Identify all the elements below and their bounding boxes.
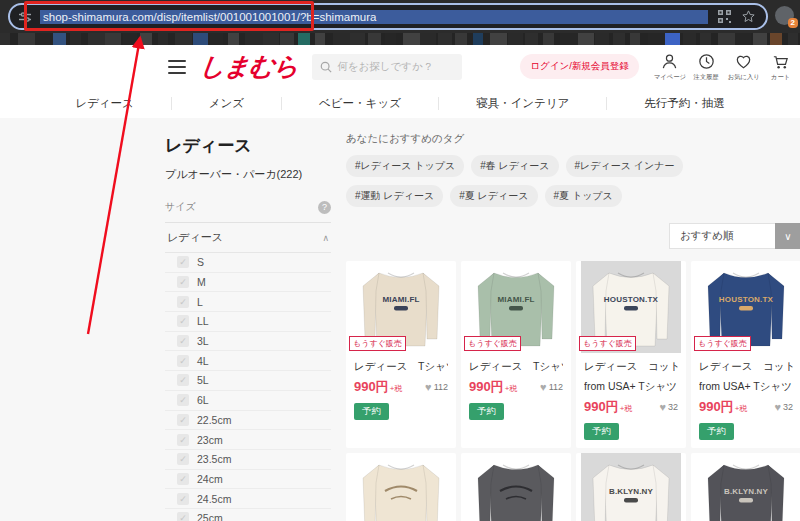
checkbox[interactable]: ✓ [177, 335, 189, 347]
checkbox[interactable]: ✓ [177, 355, 189, 367]
nav-item[interactable]: メンズ [172, 96, 281, 111]
censored-bookmarks-bar [0, 33, 800, 45]
size-filter-option[interactable]: ✓ 4L [165, 350, 331, 370]
product-card[interactable]: MIAMI.FL もうすぐ販売 レディース Tシャツ 990円 +税 ♥ 112… [461, 261, 571, 448]
reserve-badge: 予約 [584, 423, 619, 440]
recommended-tag[interactable]: #レディース トップス [346, 155, 464, 177]
size-filter-option[interactable]: ✓ L [165, 291, 331, 311]
chevron-down-icon[interactable]: ∨ [775, 223, 800, 249]
cart-button[interactable]: カート [762, 52, 799, 82]
favorite-heart-icon[interactable]: ♥ [659, 401, 666, 413]
recommended-tag[interactable]: #夏 トップス [545, 185, 622, 207]
favorite-heart-icon[interactable]: ♥ [540, 381, 547, 393]
checkbox[interactable]: ✓ [177, 453, 189, 465]
checkbox[interactable]: ✓ [177, 394, 189, 406]
size-filter-option[interactable]: ✓ 22.5cm [165, 410, 331, 430]
product-card[interactable]: B.KLYN.NY もうすぐ販売 レディース Tシャツ 990円 +税 ♥ 48 [691, 453, 800, 521]
size-option-label: 23cm [197, 434, 223, 446]
logo[interactable]: しまむら [198, 50, 300, 83]
censored-block [455, 33, 467, 45]
recommended-tag[interactable]: #夏 レディース [450, 185, 537, 207]
page-title: レディース [165, 134, 331, 157]
product-image: MIAMI.FL もうすぐ販売 [346, 261, 456, 353]
checkbox[interactable]: ✓ [177, 276, 189, 288]
product-card[interactable]: もうすぐ販売 レディース コットン from USA+ Tシャツ ♥ [461, 453, 571, 521]
tag-list: #レディース トップス #春 レディース #レディース インナー #運動 レディ… [346, 155, 786, 207]
nav-item[interactable]: 先行予約・抽選 [607, 96, 762, 111]
size-filter-option[interactable]: ✓ 24cm [165, 469, 331, 489]
cart-icon [771, 52, 790, 71]
favorites-button[interactable]: お気に入り [725, 52, 762, 82]
product-title: レディース コットン [584, 360, 678, 373]
size-option-label: M [197, 276, 206, 288]
checkbox[interactable]: ✓ [177, 493, 189, 505]
bookmark-star-icon[interactable] [741, 9, 756, 24]
censored-block [263, 33, 279, 45]
censored-block [193, 33, 208, 45]
censored-block [298, 33, 310, 45]
censored-block [718, 33, 736, 45]
checkbox[interactable]: ✓ [177, 315, 189, 327]
search-input[interactable]: 何をお探しですか？ [312, 54, 462, 80]
like-count: 32 [783, 402, 793, 412]
product-card[interactable]: HOUSTON.TX もうすぐ販売 レディース コットン from USA+ T… [691, 261, 800, 448]
size-filter-option[interactable]: ✓ LL [165, 311, 331, 331]
url-text[interactable]: shop-shimamura.com/disp/itemlist/0010010… [40, 10, 708, 24]
favorite-heart-icon[interactable]: ♥ [774, 401, 781, 413]
checkbox[interactable]: ✓ [177, 414, 189, 426]
censored-block [35, 33, 50, 45]
product-title: レディース Tシャツ [469, 360, 563, 373]
checkbox[interactable]: ✓ [177, 434, 189, 446]
size-option-label: 4L [197, 355, 209, 367]
size-option-label: 23.5cm [197, 453, 231, 465]
recommended-tag[interactable]: #運動 レディース [346, 185, 443, 207]
nav-item[interactable]: ベビー・キッズ [282, 96, 438, 111]
size-filter-option[interactable]: ✓ 25cm [165, 508, 331, 521]
site-settings-icon[interactable] [18, 10, 32, 24]
price-row: 990円 +税 ♥ 112 [354, 378, 448, 396]
recommended-tag[interactable]: #春 レディース [471, 155, 558, 177]
tax-label: +税 [620, 403, 633, 414]
checkbox[interactable]: ✓ [177, 473, 189, 485]
censored-block [630, 33, 640, 45]
censored-block [473, 33, 483, 45]
size-filter-option[interactable]: ✓ 3L [165, 331, 331, 351]
nav-item[interactable]: 寝具・インテリア [439, 96, 606, 111]
address-bar[interactable]: shop-shimamura.com/disp/itemlist/0010010… [8, 3, 768, 30]
size-group-accordion[interactable]: レディース ∧ [165, 222, 331, 252]
extension-icon[interactable]: 2 [775, 6, 794, 25]
size-filter-option[interactable]: ✓ S [165, 252, 331, 272]
recommended-tag[interactable]: #レディース インナー [566, 155, 684, 177]
checkbox[interactable]: ✓ [177, 256, 189, 268]
product-card[interactable]: B.KLYN.NY もうすぐ販売 レディース Tシャツ 990円 +税 ♥ 48 [576, 453, 686, 521]
checkbox[interactable]: ✓ [177, 374, 189, 386]
help-icon[interactable]: ? [318, 201, 331, 214]
product-card[interactable]: HOUSTON.TX もうすぐ販売 レディース コットン from USA+ T… [576, 261, 686, 448]
sort-select[interactable]: おすすめ順 ∨ [669, 223, 800, 249]
svg-text:B.KLYN.NY: B.KLYN.NY [724, 487, 769, 496]
qr-code-icon[interactable] [718, 10, 731, 23]
nav-item[interactable]: レディース [38, 96, 171, 111]
mypage-button[interactable]: マイページ [651, 52, 688, 82]
order-history-button[interactable]: 注文履歴 [688, 52, 725, 82]
checkbox[interactable]: ✓ [177, 296, 189, 308]
product-card[interactable]: もうすぐ販売 レディース コットン from USA+ Tシャツ ♥ [346, 453, 456, 521]
price: 990円 [584, 398, 619, 416]
login-register-button[interactable]: ログイン/新規会員登録 [520, 54, 639, 79]
presale-badge: もうすぐ販売 [349, 336, 406, 351]
size-filter-option[interactable]: ✓ 24.5cm [165, 488, 331, 508]
size-filter-option[interactable]: ✓ M [165, 272, 331, 292]
svg-text:HOUSTON.TX: HOUSTON.TX [604, 295, 659, 304]
size-filter-option[interactable]: ✓ 6L [165, 390, 331, 410]
size-filter-option[interactable]: ✓ 5L [165, 370, 331, 390]
checkbox[interactable]: ✓ [177, 512, 189, 521]
censored-block [350, 33, 365, 45]
content-area: レディース プルオーバー・パーカ(222) サイズ ? レディース ∧ ✓ S … [0, 118, 800, 521]
size-filter-option[interactable]: ✓ 23cm [165, 429, 331, 449]
censored-block [53, 33, 66, 45]
size-filter-option[interactable]: ✓ 23.5cm [165, 449, 331, 469]
menu-button[interactable] [168, 60, 186, 74]
product-card[interactable]: MIAMI.FL もうすぐ販売 レディース Tシャツ 990円 +税 ♥ 112… [346, 261, 456, 448]
favorite-heart-icon[interactable]: ♥ [425, 381, 432, 393]
censored-block [315, 33, 325, 45]
